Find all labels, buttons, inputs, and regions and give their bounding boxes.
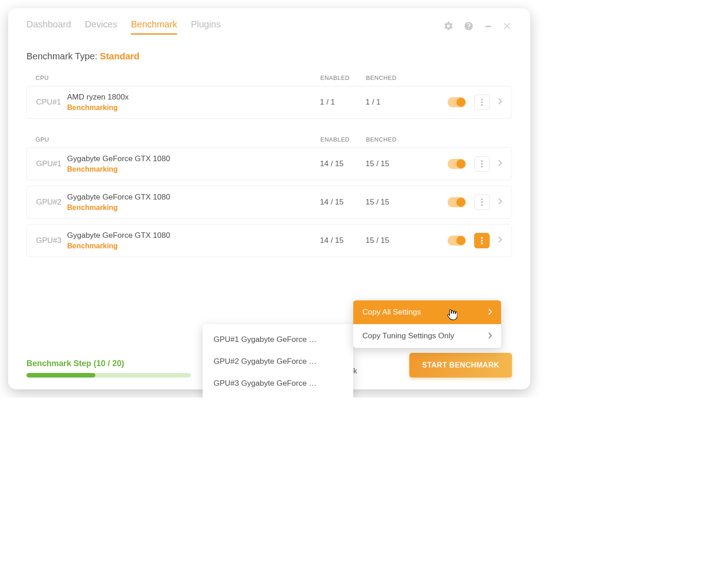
copy-target-submenu: GPU#1 Gygabyte GeForce … GPU#2 Gygabyte … <box>203 324 353 398</box>
column-benched: BENCHED <box>366 136 412 143</box>
topbar: Dashboard Devices Benchmark Plugins <box>8 8 530 35</box>
device-toggle[interactable] <box>448 97 466 107</box>
device-id: GPU#3 <box>36 236 67 245</box>
device-benched: 15 / 15 <box>366 198 411 207</box>
gpu-column-label: GPU <box>36 136 320 143</box>
device-name: Gygabyte GeForce GTX 1080 <box>67 154 320 163</box>
nav-tabs: Dashboard Devices Benchmark Plugins <box>26 19 221 35</box>
device-toggle[interactable] <box>448 236 466 246</box>
submenu-item[interactable]: GPU#3 Gygabyte GeForce … <box>203 373 353 394</box>
menu-item-label: Copy Tuning Settings Only <box>362 331 454 341</box>
gpu-row[interactable]: GPU#2 Gygabyte GeForce GTX 1080 Benchmar… <box>26 186 512 219</box>
device-menu-button[interactable] <box>474 233 490 248</box>
benchmark-type-label: Benchmark Type: <box>26 51 97 61</box>
benchmark-progress-fill <box>26 373 95 378</box>
device-status: Benchmarking <box>67 242 320 250</box>
cpu-section-header: CPU ENABLED BENCHED <box>26 74 512 86</box>
chevron-right-icon[interactable] <box>498 98 502 107</box>
svg-point-5 <box>481 163 483 165</box>
device-name: Gygabyte GeForce GTX 1080 <box>67 231 320 240</box>
column-enabled: ENABLED <box>320 136 366 143</box>
start-benchmark-button[interactable]: START BENCHMARK <box>409 353 512 378</box>
tab-plugins[interactable]: Plugins <box>191 19 221 35</box>
svg-point-11 <box>481 240 483 242</box>
cpu-row[interactable]: CPU#1 AMD ryzen 1800x Benchmarking 1 / 1… <box>26 86 512 119</box>
device-enabled: 14 / 15 <box>320 159 366 168</box>
tab-benchmark[interactable]: Benchmark <box>131 19 177 35</box>
chevron-right-icon[interactable] <box>498 159 502 169</box>
minimize-icon[interactable] <box>484 21 493 32</box>
device-menu-button[interactable] <box>474 94 490 110</box>
cpu-column-label: CPU <box>36 74 320 81</box>
device-name: AMD ryzen 1800x <box>67 93 320 102</box>
benchmark-progress <box>26 373 191 378</box>
device-menu-button[interactable] <box>474 156 490 172</box>
window-controls <box>444 21 512 33</box>
svg-point-3 <box>481 104 483 106</box>
chevron-right-icon[interactable] <box>498 198 502 207</box>
menu-item-label: Copy All Settings <box>362 308 421 317</box>
benchmark-type-value[interactable]: Standard <box>100 51 140 61</box>
tab-devices[interactable]: Devices <box>85 19 117 35</box>
device-id: GPU#2 <box>36 198 67 207</box>
submenu-item[interactable]: GPU#1 Gygabyte GeForce … <box>203 329 353 351</box>
gpu-row[interactable]: GPU#1 Gygabyte GeForce GTX 1080 Benchmar… <box>26 147 512 180</box>
device-menu-button[interactable] <box>474 194 490 210</box>
gear-icon[interactable] <box>444 21 454 33</box>
device-toggle[interactable] <box>448 197 466 207</box>
app-window: Dashboard Devices Benchmark Plugins Benc… <box>8 8 530 389</box>
column-benched: BENCHED <box>366 74 412 81</box>
device-status: Benchmarking <box>67 104 320 112</box>
gpu-row[interactable]: GPU#3 Gygabyte GeForce GTX 1080 Benchmar… <box>26 224 512 257</box>
svg-rect-0 <box>485 26 491 27</box>
svg-point-2 <box>481 101 483 103</box>
device-enabled: 14 / 15 <box>320 236 366 245</box>
svg-point-4 <box>481 160 483 162</box>
device-benched: 1 / 1 <box>366 98 411 107</box>
device-status: Benchmarking <box>67 165 320 173</box>
benchmark-step: Benchmark Step (10 / 20) <box>26 359 191 378</box>
benchmark-step-label: Benchmark Step (10 / 20) <box>26 359 191 368</box>
help-icon[interactable] <box>464 21 474 33</box>
svg-point-9 <box>481 204 483 206</box>
device-benched: 15 / 15 <box>366 236 411 245</box>
submenu-item[interactable]: GPU#2 Gygabyte GeForce … <box>203 351 353 373</box>
gpu-section-header: GPU ENABLED BENCHED <box>26 136 512 147</box>
chevron-right-icon[interactable] <box>498 236 502 246</box>
chevron-right-icon <box>488 309 492 316</box>
device-name: Gygabyte GeForce GTX 1080 <box>67 193 320 202</box>
svg-point-7 <box>481 199 483 200</box>
tab-dashboard[interactable]: Dashboard <box>26 19 71 35</box>
device-enabled: 14 / 15 <box>320 198 366 207</box>
device-context-menu: Copy All Settings Copy Tuning Settings O… <box>353 300 501 348</box>
benchmark-type-row: Benchmark Type: Standard <box>26 51 512 62</box>
content: Benchmark Type: Standard CPU ENABLED BEN… <box>8 35 530 257</box>
chevron-right-icon <box>488 332 492 340</box>
svg-point-1 <box>481 99 483 100</box>
svg-point-6 <box>481 166 483 168</box>
device-status: Benchmarking <box>67 204 320 212</box>
svg-point-10 <box>481 237 483 239</box>
menu-copy-tuning-settings[interactable]: Copy Tuning Settings Only <box>353 324 501 348</box>
svg-point-12 <box>481 242 483 244</box>
svg-point-8 <box>481 201 483 203</box>
column-enabled: ENABLED <box>320 74 366 81</box>
device-enabled: 1 / 1 <box>320 98 366 107</box>
device-toggle[interactable] <box>448 159 466 169</box>
close-icon[interactable] <box>503 21 512 32</box>
device-benched: 15 / 15 <box>366 159 411 168</box>
device-id: CPU#1 <box>36 98 67 107</box>
device-id: GPU#1 <box>36 159 67 168</box>
menu-copy-all-settings[interactable]: Copy All Settings <box>353 300 501 324</box>
